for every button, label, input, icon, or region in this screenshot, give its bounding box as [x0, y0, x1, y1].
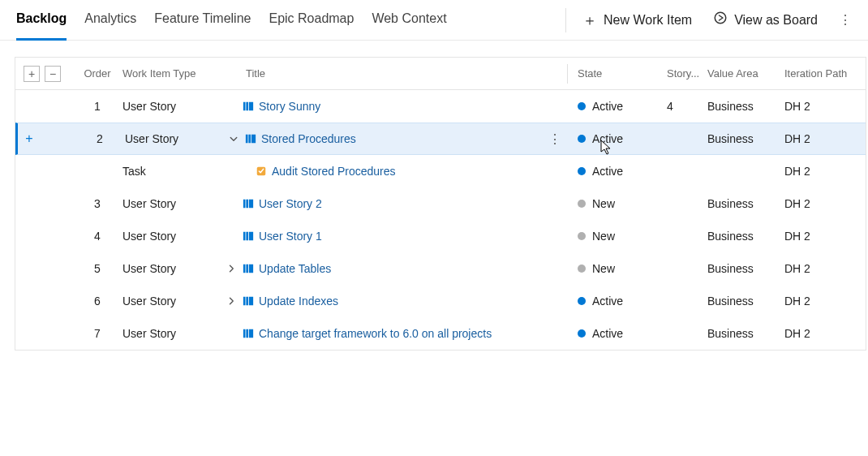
col-header-title[interactable]: Title: [243, 67, 543, 80]
svg-rect-8: [243, 199, 246, 208]
cell-order: 2: [75, 132, 125, 145]
state-dot-icon: [578, 232, 586, 240]
user-story-icon: [243, 230, 254, 242]
cell-order: 5: [72, 262, 122, 275]
cell-type: Task: [122, 165, 220, 178]
svg-rect-4: [246, 135, 248, 144]
tab-web-context[interactable]: Web Context: [372, 0, 446, 41]
svg-rect-2: [246, 101, 248, 110]
work-item-link[interactable]: Stored Procedures: [261, 132, 356, 145]
add-child-button[interactable]: +: [21, 131, 37, 147]
svg-rect-18: [246, 296, 248, 305]
state-dot-icon: [578, 329, 586, 338]
user-story-icon: [243, 198, 254, 209]
cell-iteration: DH 2: [784, 262, 866, 275]
cell-iteration: DH 2: [784, 197, 866, 210]
work-item-link[interactable]: User Story 2: [259, 197, 322, 210]
cell-value-area: Business: [707, 197, 784, 210]
cell-order: 7: [72, 327, 122, 340]
svg-rect-9: [246, 199, 248, 208]
divider: [565, 8, 566, 32]
backlog-grid: + − Order Work Item Type Title State Sto…: [15, 57, 866, 351]
svg-rect-19: [249, 296, 253, 305]
col-header-order[interactable]: Order: [72, 67, 122, 80]
svg-rect-21: [246, 329, 248, 338]
cell-type: User Story: [122, 295, 220, 308]
table-row[interactable]: 7User StoryChange target framework to 6.…: [15, 317, 866, 350]
cell-type: User Story: [122, 262, 220, 275]
work-item-link[interactable]: Change target framework to 6.0 on all pr…: [259, 327, 492, 340]
cell-iteration: DH 2: [784, 100, 866, 113]
cell-value-area: Business: [707, 295, 784, 308]
table-row[interactable]: 5User StoryUpdate TablesNewBusinessDH 2: [15, 252, 866, 285]
cell-order: 1: [72, 100, 122, 113]
cell-iteration: DH 2: [784, 295, 866, 308]
cell-type: User Story: [122, 197, 220, 210]
svg-rect-3: [249, 101, 253, 110]
cell-type: User Story: [122, 230, 220, 243]
work-item-link[interactable]: Update Tables: [259, 262, 331, 275]
board-arrow-icon: [713, 11, 728, 29]
state-dot-icon: [578, 265, 586, 273]
more-actions-button[interactable]: ⋮: [839, 12, 852, 28]
svg-rect-11: [243, 231, 246, 240]
grid-body: 1User StoryStory SunnyActive4BusinessDH …: [15, 90, 866, 350]
svg-rect-22: [249, 329, 253, 338]
expand-row-icon[interactable]: [220, 296, 243, 306]
table-row[interactable]: 6User StoryUpdate IndexesActiveBusinessD…: [15, 285, 866, 317]
tab-analytics[interactable]: Analytics: [84, 0, 136, 41]
state-dot-icon: [578, 135, 586, 143]
expand-all-button[interactable]: +: [24, 66, 40, 82]
user-story-icon: [243, 101, 254, 112]
toolbar-actions: ＋ New Work Item View as Board ⋮: [582, 11, 852, 30]
cell-order: 3: [72, 197, 122, 210]
tab-epic-roadmap[interactable]: Epic Roadmap: [269, 0, 354, 41]
state-dot-icon: [578, 102, 586, 110]
expand-controls: + −: [15, 66, 72, 82]
cell-state: Active: [578, 295, 667, 308]
col-header-type[interactable]: Work Item Type: [122, 67, 220, 80]
user-story-icon: [243, 263, 254, 274]
row-context-menu[interactable]: ⋮: [548, 131, 561, 147]
table-row[interactable]: 1User StoryStory SunnyActive4BusinessDH …: [15, 90, 866, 123]
col-header-state[interactable]: State: [578, 67, 667, 80]
work-item-link[interactable]: User Story 1: [259, 230, 322, 243]
svg-rect-5: [248, 135, 251, 144]
view-as-board-button[interactable]: View as Board: [713, 11, 818, 29]
svg-rect-12: [246, 231, 248, 240]
svg-rect-20: [243, 329, 246, 338]
plus-icon: ＋: [582, 11, 597, 30]
grid-header: + − Order Work Item Type Title State Sto…: [15, 58, 866, 90]
svg-rect-6: [251, 135, 256, 144]
table-row[interactable]: 3User StoryUser Story 2NewBusinessDH 2: [15, 187, 866, 220]
cell-type: User Story: [122, 327, 220, 340]
work-item-link[interactable]: Story Sunny: [259, 100, 320, 113]
table-row[interactable]: TaskAudit Stored ProceduresActiveDH 2: [15, 155, 866, 187]
cell-value-area: Business: [707, 132, 784, 145]
user-story-icon: [243, 328, 254, 339]
svg-rect-16: [249, 264, 253, 273]
work-item-link[interactable]: Update Indexes: [259, 295, 338, 308]
cell-iteration: DH 2: [784, 327, 866, 340]
table-row[interactable]: 4User StoryUser Story 1NewBusinessDH 2: [15, 220, 866, 252]
svg-rect-14: [243, 264, 246, 273]
new-work-item-button[interactable]: ＋ New Work Item: [582, 11, 692, 30]
state-dot-icon: [578, 200, 586, 208]
cell-type: User Story: [125, 132, 222, 145]
work-item-link[interactable]: Audit Stored Procedures: [272, 165, 396, 178]
col-header-iteration[interactable]: Iteration Path: [784, 67, 866, 80]
collapse-all-button[interactable]: −: [45, 66, 61, 82]
cell-state: New: [578, 262, 667, 275]
tab-feature-timeline[interactable]: Feature Timeline: [154, 0, 251, 41]
col-header-value-area[interactable]: Value Area: [707, 67, 784, 80]
expand-row-icon[interactable]: [220, 264, 243, 273]
column-divider[interactable]: [567, 64, 568, 84]
svg-rect-10: [249, 199, 253, 208]
tab-backlog[interactable]: Backlog: [16, 0, 67, 41]
top-toolbar: BacklogAnalyticsFeature TimelineEpic Roa…: [0, 0, 868, 41]
cell-iteration: DH 2: [784, 132, 866, 145]
col-header-story[interactable]: Story...: [667, 67, 707, 80]
svg-rect-13: [249, 231, 253, 240]
table-row[interactable]: +2User StoryStored Procedures⋮ActiveBusi…: [15, 123, 866, 155]
collapse-row-icon[interactable]: [222, 134, 245, 144]
